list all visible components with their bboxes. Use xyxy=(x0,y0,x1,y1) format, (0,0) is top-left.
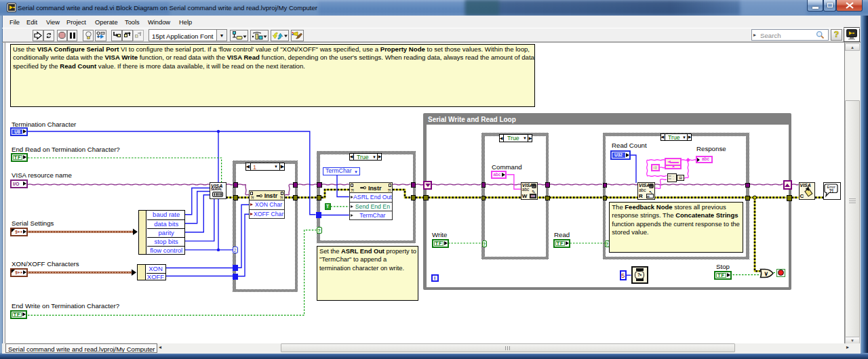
svg-text:?!: ?! xyxy=(829,188,834,193)
svg-text:∨: ∨ xyxy=(764,270,769,277)
